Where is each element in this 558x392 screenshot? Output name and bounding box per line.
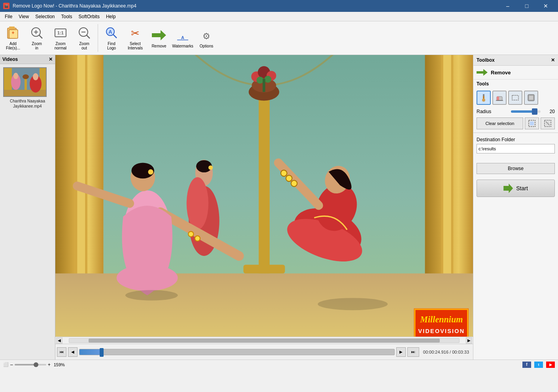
select-intervals-button[interactable]: ✂ SelectIntervals: [124, 23, 147, 53]
fast-forward-button[interactable]: ⏭: [407, 347, 419, 357]
svg-point-74: [318, 298, 388, 310]
scroll-right-button[interactable]: ▶: [466, 337, 472, 344]
select-intervals-icon: ✂: [128, 26, 142, 40]
zoom-out-label: Zoomout: [79, 42, 89, 50]
remove-label: Remove: [151, 44, 166, 48]
clear-selection-button[interactable]: Clear selection: [477, 117, 523, 129]
select-intervals-label: SelectIntervals: [128, 42, 143, 50]
svg-line-11: [87, 35, 90, 38]
scroll-thumb[interactable]: [89, 339, 439, 343]
timecode-display: 00:00:24.916 / 00:03:33: [421, 350, 471, 354]
svg-point-48: [257, 77, 264, 84]
toolbox-close-btn[interactable]: ✕: [551, 57, 555, 63]
menu-help[interactable]: Help: [103, 13, 119, 21]
video-thumbnail[interactable]: Charithra Naayakaa Jayikkanee.mp4: [3, 67, 52, 109]
svg-rect-25: [4, 90, 47, 97]
zoom-slider[interactable]: [15, 364, 46, 365]
menu-view[interactable]: View: [15, 13, 32, 21]
zoom-in-button[interactable]: Zoomin: [25, 23, 48, 53]
close-button[interactable]: ✕: [537, 0, 555, 12]
statusbar: ⬜ – + 159% f t ▶: [0, 360, 558, 369]
start-label: Start: [516, 185, 528, 191]
destination-input[interactable]: [477, 144, 555, 153]
skip-back-button[interactable]: ⏮: [57, 347, 66, 357]
titlebar-controls: – □ ✕: [499, 0, 555, 12]
options-label: Options: [200, 44, 213, 48]
zoom-minus-icon[interactable]: –: [10, 362, 13, 367]
status-left: ⬜ – + 159%: [3, 362, 65, 367]
video-scene: Millennium VIDEOVISION: [55, 55, 473, 337]
start-icon: [503, 184, 513, 193]
toolbar-separator-1: [98, 24, 98, 52]
menubar: File View Selection Tools SoftOrbits Hel…: [0, 12, 558, 21]
menu-file[interactable]: File: [2, 13, 15, 21]
zoom-thumb[interactable]: [34, 362, 38, 367]
toolbox-panel: Toolbox ✕ Remove Tools: [473, 55, 558, 360]
destination-folder-section: Destination Folder Browse: [473, 134, 558, 176]
videos-content: Charithra Naayakaa Jayikkanee.mp4: [0, 64, 55, 112]
facebook-icon[interactable]: f: [522, 362, 531, 368]
zoom-normal-button[interactable]: 1:1 Zoomnormal: [49, 23, 72, 53]
content-area: Millennium VIDEOVISION ◀ ▶ ⏮ ◀ ▶ ⏭ 00:00…: [55, 55, 473, 360]
watermarks-icon: A: [176, 28, 190, 42]
menu-softorbits[interactable]: SoftOrbits: [76, 13, 103, 21]
svg-rect-40: [55, 273, 473, 337]
minimize-button[interactable]: –: [499, 0, 517, 12]
rect-select-tool-button[interactable]: [508, 91, 522, 105]
add-file-label: AddFile(s)...: [6, 42, 20, 50]
svg-text:A: A: [181, 35, 184, 40]
svg-rect-82: [483, 94, 484, 96]
find-logo-button[interactable]: A FindLogo: [100, 23, 123, 53]
options-button[interactable]: ⚙ Options: [195, 23, 218, 53]
remove-button[interactable]: Remove: [148, 23, 170, 53]
svg-point-63: [195, 236, 200, 241]
status-zoom: – +: [10, 362, 51, 367]
menu-tools[interactable]: Tools: [58, 13, 76, 21]
watermarks-button[interactable]: A Watermarks: [171, 23, 194, 53]
svg-point-49: [265, 76, 272, 83]
zoom-in-label: Zoomin: [32, 42, 42, 50]
remove-arrow-icon: [477, 68, 488, 77]
add-file-button[interactable]: + AddFile(s)...: [2, 23, 25, 53]
toolbox-header: Toolbox ✕: [473, 55, 558, 66]
select-all-button[interactable]: [525, 117, 539, 129]
options-icon: ⚙: [199, 28, 214, 42]
prev-frame-button[interactable]: ◀: [68, 347, 78, 357]
select-none-button[interactable]: [541, 117, 555, 129]
auto-tool-button[interactable]: [524, 91, 538, 105]
main-layout: Videos ✕: [0, 55, 558, 360]
zoom-level: 159%: [54, 362, 65, 367]
zoom-out-icon: [77, 26, 91, 40]
browse-button[interactable]: Browse: [477, 163, 555, 174]
radius-slider-thumb[interactable]: [532, 108, 537, 115]
svg-rect-41: [259, 90, 270, 273]
menu-selection[interactable]: Selection: [32, 13, 58, 21]
find-logo-label: FindLogo: [107, 42, 116, 50]
svg-point-55: [208, 165, 213, 170]
svg-point-27: [13, 73, 18, 79]
eraser-tool-button[interactable]: [492, 91, 507, 105]
maximize-button[interactable]: □: [518, 0, 536, 12]
timeline-track[interactable]: [79, 349, 395, 355]
scroll-track[interactable]: [69, 338, 460, 343]
youtube-icon[interactable]: ▶: [546, 362, 555, 368]
app-icon: 🎬: [3, 3, 9, 9]
next-frame-button[interactable]: ▶: [396, 347, 406, 357]
brush-tool-button[interactable]: [477, 91, 491, 105]
zoom-plus-icon[interactable]: +: [48, 362, 51, 367]
twitter-icon[interactable]: t: [534, 362, 543, 368]
zoom-out-button[interactable]: Zoomout: [73, 23, 96, 53]
svg-text:1:1: 1:1: [57, 30, 64, 35]
tools-row: [473, 88, 558, 107]
radius-slider-track[interactable]: [511, 110, 541, 113]
timeline-thumb[interactable]: [100, 348, 104, 357]
scroll-left-button[interactable]: ◀: [56, 337, 62, 344]
svg-rect-84: [497, 97, 499, 100]
toolbox-title: Toolbox: [477, 57, 495, 63]
video-thumb-image[interactable]: [3, 67, 47, 97]
destination-label: Destination Folder: [477, 137, 555, 142]
start-button[interactable]: Start: [477, 180, 555, 197]
titlebar-left: 🎬 Remove Logo Now! - Charithra Naayakaa …: [3, 3, 136, 9]
svg-point-53: [187, 177, 208, 230]
videos-close-btn[interactable]: ✕: [49, 57, 53, 62]
